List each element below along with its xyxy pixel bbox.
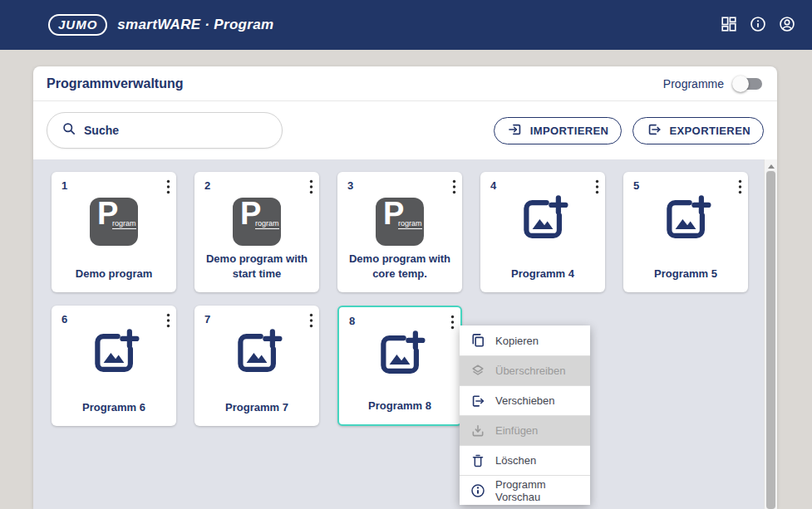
- panel-header: Programmverwaltung Programme: [33, 66, 777, 101]
- menu-item-program-preview[interactable]: Programm Vorschau: [460, 475, 590, 505]
- account-button[interactable]: [777, 15, 797, 35]
- export-label: EXPORTIEREN: [669, 125, 750, 137]
- card-label: Programm 7: [199, 400, 315, 415]
- card-number: 8: [349, 315, 355, 327]
- program-management-panel: Programmverwaltung Programme: [33, 66, 777, 509]
- add-image-icon: [623, 193, 748, 245]
- search-field[interactable]: [47, 112, 283, 149]
- toggle-thumb: [732, 76, 749, 92]
- program-card-2[interactable]: 2 Program Demo program with start time: [194, 172, 319, 292]
- program-card-8-selected[interactable]: 8 Programm 8: [337, 306, 462, 426]
- add-image-icon: [339, 329, 460, 380]
- menu-item-label: Einfügen: [495, 424, 538, 437]
- toggle-label: Programme: [663, 77, 724, 91]
- card-number: 1: [62, 179, 67, 192]
- paste-icon: [470, 423, 486, 439]
- more-vert-icon: [166, 184, 170, 197]
- program-card-3[interactable]: 3 Program Demo program with core temp.: [337, 172, 462, 292]
- more-vert-icon: [309, 184, 313, 197]
- add-image-icon: [52, 327, 176, 379]
- app-title: smartWARE · Program: [117, 17, 273, 33]
- scrollbar-thumb[interactable]: [766, 171, 775, 509]
- search-icon: [61, 120, 77, 140]
- info-icon: [749, 15, 767, 36]
- menu-item-move[interactable]: Verschieben: [460, 385, 590, 415]
- program-grid: 1 Program Demo program 2: [33, 159, 777, 509]
- card-label: Demo program with start time: [199, 252, 315, 281]
- top-navbar: JUMO smartWARE · Program: [0, 0, 812, 50]
- menu-item-delete[interactable]: Löschen: [460, 445, 590, 475]
- program-card-1[interactable]: 1 Program Demo program: [52, 172, 176, 292]
- card-label: Programm 4: [485, 267, 601, 281]
- card-label: Programm 6: [56, 400, 172, 415]
- menu-item-overwrite: Überschreiben: [460, 355, 590, 385]
- toolbar: IMPORTIEREN EXPORTIEREN: [33, 101, 777, 159]
- layers-icon: [470, 363, 486, 379]
- menu-item-label: Verschieben: [495, 394, 555, 407]
- account-icon: [778, 15, 796, 36]
- scroll-up-button[interactable]: [765, 161, 777, 171]
- card-label: Programm 8: [343, 399, 456, 414]
- program-logo-icon: Program: [194, 198, 319, 246]
- card-number: 2: [204, 179, 210, 192]
- program-card-7[interactable]: 7 Programm 7: [194, 306, 319, 426]
- program-logo-icon: Program: [337, 198, 462, 246]
- dashboard-icon: [720, 15, 738, 36]
- programs-toggle[interactable]: [732, 76, 764, 92]
- menu-item-copy[interactable]: Kopieren: [460, 325, 590, 355]
- vertical-scrollbar[interactable]: [764, 159, 777, 509]
- program-card-4[interactable]: 4 Programm 4: [480, 172, 605, 292]
- card-label: Demo program: [56, 267, 172, 281]
- app-switcher-button[interactable]: [719, 15, 739, 35]
- info-button[interactable]: [748, 15, 768, 35]
- menu-item-paste: Einfügen: [460, 415, 590, 445]
- programs-toggle-group: Programme: [663, 76, 764, 92]
- card-label: Demo program with core temp.: [342, 252, 458, 281]
- import-label: IMPORTIEREN: [530, 125, 609, 137]
- cards-container: 1 Program Demo program 2: [52, 172, 748, 426]
- card-menu-button[interactable]: [165, 178, 172, 198]
- export-icon: [646, 121, 662, 140]
- program-card-5[interactable]: 5 Programm 5: [623, 172, 748, 292]
- program-card-6[interactable]: 6 Programm 6: [52, 306, 176, 426]
- navbar-icons: [719, 15, 797, 35]
- import-button[interactable]: IMPORTIEREN: [494, 117, 623, 144]
- menu-item-label: Kopieren: [495, 335, 539, 347]
- card-number: 7: [204, 313, 210, 325]
- import-icon: [507, 121, 524, 140]
- trash-icon: [470, 453, 486, 469]
- card-number: 5: [633, 179, 639, 192]
- card-number: 3: [347, 179, 353, 192]
- page-title: Programmverwaltung: [47, 76, 663, 91]
- card-number: 6: [62, 313, 67, 325]
- menu-item-label: Überschreiben: [495, 365, 566, 377]
- copy-icon: [470, 332, 486, 349]
- jumo-logo: JUMO: [48, 14, 107, 36]
- menu-item-label: Programm Vorschau: [495, 478, 580, 503]
- program-logo-icon: Program: [52, 198, 176, 246]
- more-vert-icon: [452, 184, 456, 197]
- move-icon: [470, 393, 486, 409]
- menu-item-label: Löschen: [495, 454, 536, 467]
- search-input[interactable]: [84, 124, 270, 137]
- info-circle-icon: [470, 482, 486, 499]
- card-number: 4: [490, 179, 496, 192]
- add-image-icon: [194, 327, 319, 379]
- card-context-menu: Kopieren Überschreiben: [460, 325, 590, 505]
- card-menu-button[interactable]: [308, 178, 315, 198]
- card-menu-button[interactable]: [450, 178, 458, 198]
- add-image-icon: [480, 193, 605, 245]
- export-button[interactable]: EXPORTIEREN: [632, 117, 764, 144]
- card-label: Programm 5: [627, 267, 744, 281]
